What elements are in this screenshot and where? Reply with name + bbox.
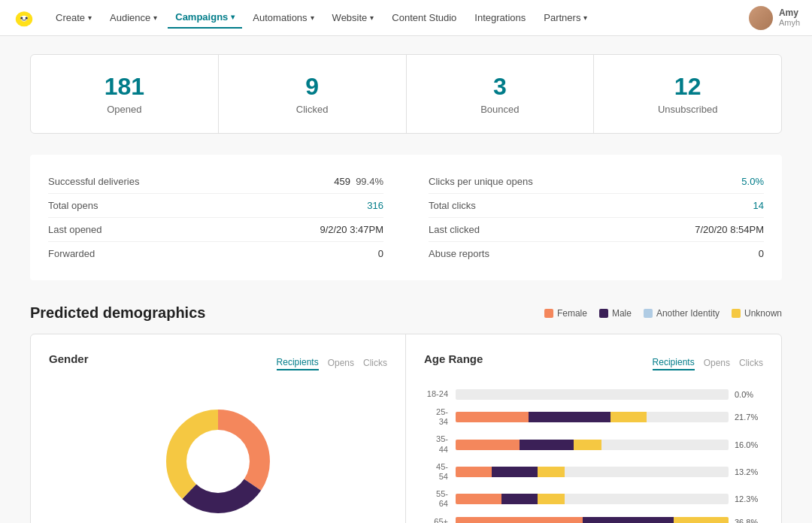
male-segment — [492, 467, 538, 477]
age-bar-fill — [456, 517, 729, 524]
demographics-title: Predicted demographics — [30, 304, 544, 322]
age-bar-track — [456, 389, 729, 400]
male-color-swatch — [599, 309, 608, 318]
metrics-right: Clicks per unique opens 5.0% Total click… — [429, 170, 764, 265]
metric-value: 14 — [753, 200, 764, 211]
age-tab-clicks[interactable]: Clicks — [739, 358, 763, 370]
chevron-down-icon: ▾ — [370, 14, 374, 22]
metric-last-clicked: Last clicked 7/20/20 8:54PM — [429, 218, 764, 242]
age-bar-percent: 21.7% — [735, 413, 763, 422]
demographics-legend: Female Male Another Identity Unknown — [544, 308, 782, 319]
gender-chart-panel: Gender Recipients Opens Clicks — [31, 334, 406, 523]
age-bar-fill — [456, 389, 729, 400]
nav-content-studio[interactable]: Content Studio — [384, 8, 464, 28]
age-tab-recipients[interactable]: Recipients — [653, 357, 695, 370]
nav-website[interactable]: Website ▾ — [325, 8, 382, 28]
age-bar-fill — [456, 440, 729, 450]
chevron-down-icon: ▾ — [231, 13, 235, 21]
age-bar-row: 55- 64 12.3% — [424, 489, 763, 509]
legend-unknown: Unknown — [732, 308, 782, 319]
metric-value: 0 — [378, 248, 383, 259]
stat-bounced: 3 Bounced — [407, 55, 595, 133]
age-bar-fill — [456, 412, 729, 422]
age-bar-fill — [456, 494, 729, 504]
gender-tab-clicks[interactable]: Clicks — [363, 358, 387, 370]
age-bar-row: 35- 44 16.0% — [424, 434, 763, 454]
logo[interactable] — [12, 6, 36, 30]
metrics-grid: Successful deliveries 459 99.4% Total op… — [30, 155, 782, 280]
metric-label: Clicks per unique opens — [429, 176, 533, 187]
age-bar-row: 45- 54 13.2% — [424, 462, 763, 482]
metric-label: Abuse reports — [429, 248, 489, 259]
legend-another-identity: Another Identity — [644, 308, 720, 319]
metric-last-opened: Last opened 9/2/20 3:47PM — [48, 218, 383, 242]
unknown-segment — [538, 494, 565, 504]
nav-create[interactable]: Create ▾ — [48, 8, 99, 28]
bounced-label: Bounced — [419, 104, 582, 115]
legend-male: Male — [599, 308, 632, 319]
age-bar-percent: 16.0% — [735, 440, 763, 449]
male-segment — [529, 412, 611, 422]
svg-point-8 — [186, 430, 250, 493]
metrics-left: Successful deliveries 459 99.4% Total op… — [48, 170, 383, 265]
main-content: 181 Opened 9 Clicked 3 Bounced 12 Unsubs… — [0, 36, 812, 523]
metric-label: Last clicked — [429, 224, 480, 235]
metric-clicks-unique-opens: Clicks per unique opens 5.0% — [429, 170, 764, 194]
nav-audience[interactable]: Audience ▾ — [102, 8, 165, 28]
female-segment — [456, 412, 529, 422]
age-bar-track — [456, 440, 729, 450]
nav-automations[interactable]: Automations ▾ — [245, 8, 321, 28]
unknown-segment — [611, 412, 647, 422]
metric-label: Total opens — [48, 200, 98, 211]
metric-value: 459 99.4% — [334, 176, 383, 187]
age-chart-title: Age Range — [424, 352, 483, 365]
clicked-label: Clicked — [231, 104, 394, 115]
chevron-down-icon: ▾ — [583, 14, 587, 22]
gender-chart-header: Gender Recipients Opens Clicks — [49, 352, 387, 374]
user-handle: Amyh — [779, 18, 800, 28]
metric-successful-deliveries: Successful deliveries 459 99.4% — [48, 170, 383, 194]
male-segment — [520, 440, 574, 450]
age-bar-track — [456, 467, 729, 477]
stat-unsubscribed: 12 Unsubscribed — [594, 55, 781, 133]
navigation: Create ▾ Audience ▾ Campaigns ▾ Automati… — [0, 0, 812, 36]
bounced-number: 3 — [419, 73, 582, 101]
nav-integrations[interactable]: Integrations — [467, 8, 533, 28]
unsubscribed-number: 12 — [606, 73, 769, 101]
age-tab-opens[interactable]: Opens — [704, 358, 730, 370]
age-bar-percent: 13.2% — [735, 467, 763, 476]
chevron-down-icon: ▾ — [311, 14, 314, 22]
charts-container: Gender Recipients Opens Clicks — [30, 334, 782, 523]
age-bar-percent: 12.3% — [735, 494, 763, 503]
metric-value: 0 — [759, 248, 764, 259]
age-bar-percent: 36.8% — [735, 518, 763, 524]
age-bar-label: 45- 54 — [424, 462, 456, 482]
metric-forwarded: Forwarded 0 — [48, 242, 383, 265]
gender-tab-opens[interactable]: Opens — [328, 358, 354, 370]
donut-chart — [158, 401, 278, 521]
age-bar-row: 18-24 0.0% — [424, 389, 763, 400]
gender-tab-recipients[interactable]: Recipients — [277, 357, 319, 370]
metric-label: Last opened — [48, 224, 102, 235]
stat-opened: 181 Opened — [31, 55, 219, 133]
age-bar-chart: 18-24 0.0% 25- 34 21.7% 35- 44 — [424, 389, 763, 523]
age-bar-label: 35- 44 — [424, 434, 456, 454]
age-bar-label: 25- 34 — [424, 407, 456, 427]
male-segment — [501, 494, 538, 504]
metric-value: 7/20/20 8:54PM — [695, 224, 764, 235]
chevron-down-icon: ▾ — [88, 14, 92, 22]
legend-female: Female — [544, 308, 587, 319]
user-menu[interactable]: Amy Amyh — [749, 6, 800, 30]
svg-point-2 — [20, 17, 23, 19]
stats-row: 181 Opened 9 Clicked 3 Bounced 12 Unsubs… — [30, 54, 782, 134]
opened-number: 181 — [43, 73, 206, 101]
female-segment — [456, 517, 583, 524]
age-bar-row: 25- 34 21.7% — [424, 407, 763, 427]
gender-chart-tabs: Recipients Opens Clicks — [277, 357, 387, 370]
gender-chart-title: Gender — [49, 352, 89, 365]
unknown-color-swatch — [732, 309, 741, 318]
metric-label: Successful deliveries — [48, 176, 139, 187]
nav-campaigns[interactable]: Campaigns ▾ — [168, 7, 242, 29]
unsubscribed-label: Unsubscribed — [606, 104, 769, 115]
nav-partners[interactable]: Partners ▾ — [536, 8, 595, 28]
